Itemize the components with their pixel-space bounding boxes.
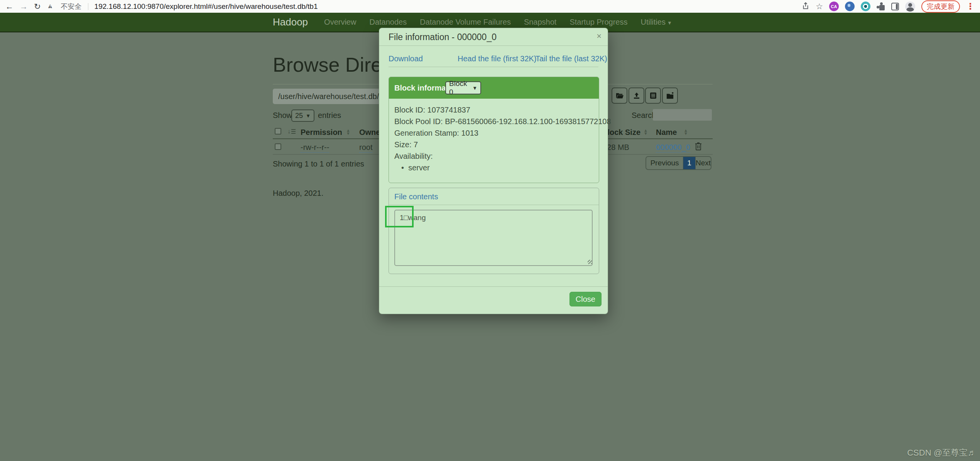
- chevron-down-icon: ▼: [667, 20, 672, 26]
- upload-icon: [633, 92, 640, 99]
- back-icon[interactable]: ←: [5, 2, 14, 10]
- profile-avatar[interactable]: [905, 2, 915, 12]
- omnibox-separator: [88, 3, 88, 10]
- file-contents-title: File contents: [394, 192, 438, 201]
- navbar-brand[interactable]: Hadoop: [273, 16, 308, 28]
- textarea-resize-grip[interactable]: [588, 260, 592, 264]
- block-information-panel-header: Block information -- Block 0▼: [389, 77, 599, 99]
- availability-label: Availability:: [394, 152, 433, 161]
- file-name-link[interactable]: 000000_0: [656, 143, 690, 153]
- sort-icon[interactable]: ▲▼: [644, 129, 648, 135]
- nav-startup-progress[interactable]: Startup Progress: [569, 18, 627, 27]
- folder-open-icon: [615, 92, 624, 99]
- extension-ca-icon[interactable]: CA: [829, 2, 839, 11]
- row-checkbox[interactable]: [275, 143, 281, 150]
- side-panel-icon[interactable]: [891, 3, 899, 10]
- chevron-down-icon: ▼: [472, 85, 477, 91]
- col-header-name[interactable]: Name: [656, 128, 677, 137]
- modal-divider: [389, 67, 598, 67]
- upload-file-button[interactable]: [629, 87, 644, 104]
- col-header-permission[interactable]: Permission: [301, 128, 342, 137]
- cut-paste-button[interactable]: [645, 87, 661, 104]
- entries-label: entries: [318, 111, 341, 120]
- nav-overview[interactable]: Overview: [324, 18, 356, 27]
- generation-stamp-text: Generation Stamp: 1013: [394, 129, 478, 138]
- download-link[interactable]: Download: [389, 54, 423, 63]
- reload-icon[interactable]: ↻: [34, 2, 41, 10]
- modal-header: File information - 000000_0 ×: [379, 28, 608, 46]
- bookmark-star-icon[interactable]: ☆: [816, 2, 823, 10]
- showing-entries-text: Showing 1 to 1 of 1 entries: [273, 160, 364, 168]
- security-label: 不安全: [61, 2, 82, 11]
- block-id-text: Block ID: 1073741837: [394, 106, 470, 114]
- browser-toolbar: ← → ↻ ▲ ! 不安全 192.168.12.100:9870/explor…: [0, 0, 980, 13]
- block-select[interactable]: Block 0▼: [445, 81, 481, 94]
- file-information-modal: File information - 000000_0 × Download H…: [379, 28, 608, 314]
- cell-permission[interactable]: -rw-r--r--: [301, 143, 329, 153]
- nav-datanodes[interactable]: Datanodes: [369, 18, 407, 27]
- cell-owner[interactable]: root: [359, 143, 372, 153]
- forward-icon[interactable]: →: [20, 2, 28, 10]
- head-file-link[interactable]: Head the file (first 32K): [458, 54, 537, 63]
- not-secure-warning-icon[interactable]: ▲ !: [47, 3, 55, 10]
- block-information-panel: Block information -- Block 0▼ Block ID: …: [389, 77, 599, 183]
- modal-title: File information - 000000_0: [389, 28, 497, 46]
- page-size-select[interactable]: 25▼: [291, 109, 314, 122]
- tail-file-link[interactable]: Tail the file (last 32K): [536, 54, 607, 63]
- extension-blue-icon[interactable]: [845, 2, 855, 11]
- go-parent-folder-button[interactable]: [612, 87, 627, 104]
- browser-menu-icon[interactable]: ⋮: [966, 2, 975, 12]
- sort-amount-icon[interactable]: ↓: [287, 128, 296, 135]
- search-input[interactable]: [653, 109, 712, 121]
- update-complete-badge[interactable]: 完成更新: [921, 0, 960, 13]
- block-pool-id-text: Block Pool ID: BP-681560066-192.168.12.1…: [394, 117, 611, 126]
- close-button[interactable]: Close: [569, 292, 602, 306]
- extensions-puzzle-icon[interactable]: [877, 2, 885, 11]
- folder-plus-icon: [666, 92, 674, 99]
- screen: ← → ↻ ▲ ! 不安全 192.168.12.100:9870/explor…: [0, 0, 980, 461]
- share-icon[interactable]: [802, 2, 809, 11]
- sort-icon[interactable]: ▲▼: [346, 129, 350, 135]
- nav-utilities[interactable]: Utilities▼: [640, 18, 672, 27]
- page-footer-text: Hadoop, 2021.: [273, 189, 323, 198]
- pagination-previous[interactable]: Previous: [646, 157, 683, 169]
- size-text: Size: 7: [394, 140, 418, 149]
- chevron-down-icon: ▼: [306, 113, 311, 119]
- nav-datanode-volume-failures[interactable]: Datanode Volume Failures: [420, 18, 511, 27]
- list-icon: [649, 92, 657, 99]
- close-icon[interactable]: ×: [596, 31, 602, 41]
- modal-footer-divider: [379, 286, 608, 287]
- address-bar[interactable]: 192.168.12.100:9870/explorer.html#/user/…: [95, 2, 318, 11]
- new-folder-button[interactable]: [662, 87, 678, 104]
- delete-file-icon[interactable]: [694, 142, 702, 152]
- availability-item: • server: [401, 163, 430, 172]
- csdn-watermark: CSDN @至尊宝♬: [907, 447, 976, 459]
- annotation-highlight-box: [385, 206, 414, 227]
- show-label: Show: [273, 111, 292, 120]
- file-contents-panel: File contents 1□wang: [389, 188, 599, 274]
- extension-eye-icon[interactable]: [861, 2, 870, 11]
- select-all-checkbox[interactable]: [275, 128, 281, 135]
- pagination-next[interactable]: Next: [695, 157, 711, 169]
- sort-icon[interactable]: ▲▼: [684, 129, 688, 135]
- pagination: Previous 1 Next: [645, 156, 711, 170]
- file-contents-panel-header: File contents: [389, 188, 599, 205]
- pagination-current-page[interactable]: 1: [683, 157, 695, 169]
- nav-snapshot[interactable]: Snapshot: [524, 18, 557, 27]
- file-contents-textarea[interactable]: 1□wang: [394, 210, 593, 266]
